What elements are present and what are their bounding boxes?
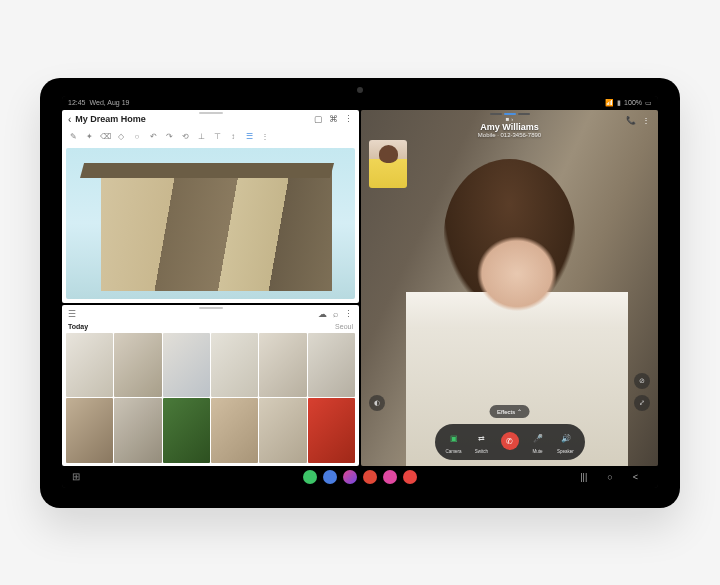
left-column: ‹ My Dream Home ▢ ⌘ ⋮ ✎ ✦ ⌫ ◇ ○ (62, 110, 359, 466)
dock-app-browser[interactable] (343, 470, 357, 484)
caller-number: Mobile · 012-3456-7890 (367, 132, 652, 138)
gallery-section-label: Today Seoul (62, 323, 359, 330)
attach-icon[interactable]: ⌘ (329, 114, 338, 124)
gallery-header: ☰ ☁ ⌕ ⋮ (62, 305, 359, 323)
window-handle[interactable] (199, 307, 223, 309)
redo-tool[interactable]: ↷ (164, 132, 174, 141)
nav-buttons: ||| ○ < (580, 472, 638, 482)
app-dock (303, 470, 417, 484)
recent-button[interactable]: ||| (580, 472, 587, 482)
expand-button[interactable]: ⤢ (634, 395, 650, 411)
add-call-icon[interactable]: 📞 (626, 116, 636, 125)
text-tool[interactable]: ☰ (244, 132, 254, 141)
signal-icon: ▮ (617, 99, 621, 107)
tool-more[interactable]: ⋮ (260, 132, 270, 141)
eraser-tool[interactable]: ⌫ (100, 132, 110, 141)
status-time: 12:45 (68, 99, 86, 106)
video-call-app[interactable]: ■ › Amy Williams Mobile · 012-3456-7890 … (361, 110, 658, 466)
more-icon[interactable]: ⋮ (344, 309, 353, 319)
move-tool[interactable]: ↕ (228, 132, 238, 141)
section-name: Today (68, 323, 88, 330)
window-handle[interactable] (199, 112, 223, 114)
call-more-icon[interactable]: ⋮ (642, 116, 650, 125)
notes-toolbar: ✎ ✦ ⌫ ◇ ○ ↶ ↷ ⟲ ⊥ ⊤ ↕ ☰ ⋮ (62, 129, 359, 144)
notes-app[interactable]: ‹ My Dream Home ▢ ⌘ ⋮ ✎ ✦ ⌫ ◇ ○ (62, 110, 359, 303)
highlighter-tool[interactable]: ✦ (84, 132, 94, 141)
dock-app-messages[interactable] (323, 470, 337, 484)
screen: 12:45 Wed, Aug 19 📶 ▮ 100% ▭ ‹ My Dream … (62, 96, 658, 488)
back-button[interactable]: < (633, 472, 638, 482)
cloud-icon[interactable]: ☁ (318, 309, 327, 319)
reader-icon[interactable]: ▢ (314, 114, 323, 124)
call-header: ■ › Amy Williams Mobile · 012-3456-7890 … (361, 110, 658, 144)
undo-tool[interactable]: ↶ (148, 132, 158, 141)
mute-button[interactable]: 🎤Mute (529, 430, 547, 454)
align-tool[interactable]: ⊥ (196, 132, 206, 141)
photo-thumb[interactable] (66, 398, 113, 462)
notes-canvas[interactable] (66, 148, 355, 299)
photo-thumb[interactable] (308, 333, 355, 397)
status-date: Wed, Aug 19 (90, 99, 130, 106)
photo-thumb[interactable] (211, 398, 258, 462)
capture-button[interactable]: ◐ (369, 395, 385, 411)
photo-thumb[interactable] (163, 398, 210, 462)
minimize-button[interactable]: ⊘ (634, 373, 650, 389)
shape-tool[interactable]: ◇ (116, 132, 126, 141)
speaker-button[interactable]: 🔊Speaker (557, 430, 575, 454)
effects-button[interactable]: Effects ⌃ (489, 405, 530, 418)
house-sketch (101, 163, 332, 291)
gallery-app[interactable]: ☰ ☁ ⌕ ⋮ Today Seoul (62, 305, 359, 466)
dock-app-4[interactable] (363, 470, 377, 484)
self-view-pip[interactable] (369, 140, 407, 188)
switch-button[interactable]: ⇄Switch (473, 430, 491, 454)
multi-window-content: ‹ My Dream Home ▢ ⌘ ⋮ ✎ ✦ ⌫ ◇ ○ (62, 110, 658, 466)
pen-tool[interactable]: ✎ (68, 132, 78, 141)
front-camera (357, 87, 363, 93)
dock-app-6[interactable] (403, 470, 417, 484)
photo-thumb[interactable] (308, 398, 355, 462)
end-call-button[interactable]: ✆ (501, 432, 519, 451)
apps-grid-icon[interactable]: ⊞ (72, 471, 80, 482)
status-bar: 12:45 Wed, Aug 19 📶 ▮ 100% ▭ (62, 96, 658, 110)
back-icon[interactable]: ‹ (68, 114, 71, 125)
video-icon: ■ › (367, 116, 652, 122)
photo-grid (62, 330, 359, 466)
photo-thumb[interactable] (211, 333, 258, 397)
photo-thumb[interactable] (66, 333, 113, 397)
battery-text: 100% (624, 99, 642, 106)
menu-icon[interactable]: ☰ (68, 309, 76, 319)
dock-app-5[interactable] (383, 470, 397, 484)
nav-bar: ⊞ ||| ○ < (62, 466, 658, 488)
photo-thumb[interactable] (259, 333, 306, 397)
photo-thumb[interactable] (114, 398, 161, 462)
transform-tool[interactable]: ⊤ (212, 132, 222, 141)
photo-thumb[interactable] (114, 333, 161, 397)
circle-tool[interactable]: ○ (132, 132, 142, 141)
battery-icon: ▭ (645, 99, 652, 107)
call-controls: ▣Camera ⇄Switch ✆ 🎤Mute 🔊Speaker (435, 424, 585, 460)
photo-thumb[interactable] (259, 398, 306, 462)
notes-title: My Dream Home (75, 114, 146, 124)
wifi-icon: 📶 (605, 99, 614, 107)
photo-thumb[interactable] (163, 333, 210, 397)
dock-app-phone[interactable] (303, 470, 317, 484)
camera-button[interactable]: ▣Camera (445, 430, 463, 454)
notes-header: ‹ My Dream Home ▢ ⌘ ⋮ (62, 110, 359, 129)
home-button[interactable]: ○ (607, 472, 612, 482)
side-controls: ⊘ ⤢ (634, 373, 650, 411)
tablet-device: 12:45 Wed, Aug 19 📶 ▮ 100% ▭ ‹ My Dream … (40, 78, 680, 508)
more-icon[interactable]: ⋮ (344, 114, 353, 124)
caller-name: Amy Williams (367, 122, 652, 132)
rotate-tool[interactable]: ⟲ (180, 132, 190, 141)
location-name: Seoul (335, 323, 353, 330)
search-icon[interactable]: ⌕ (333, 309, 338, 319)
